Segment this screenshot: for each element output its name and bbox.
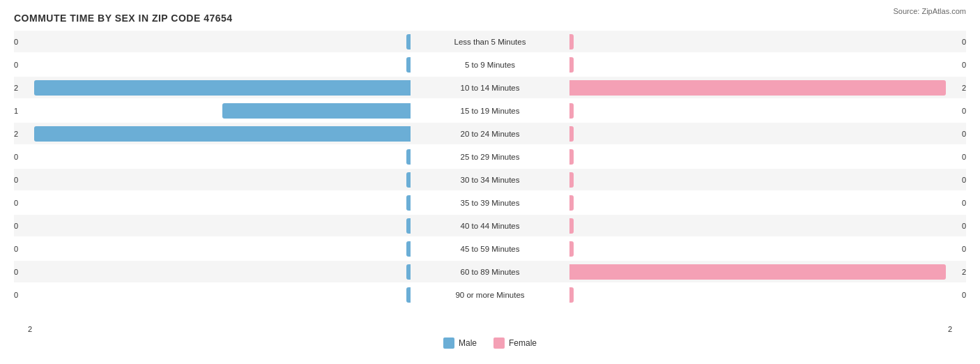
chart-row: 220 to 24 Minutes0 <box>14 123 966 144</box>
female-bar <box>569 172 574 188</box>
female-bar <box>569 218 574 234</box>
male-bar <box>406 218 411 234</box>
bars-area: 0Less than 5 Minutes005 to 9 Minutes0210… <box>14 31 966 324</box>
male-value: 0 <box>14 176 18 184</box>
row-label: 90 or more Minutes <box>413 291 567 299</box>
male-side: 0 <box>14 169 413 190</box>
male-value: 2 <box>14 84 18 92</box>
female-side: 0 <box>567 215 966 236</box>
male-bar <box>406 34 411 50</box>
male-bar <box>34 80 411 96</box>
male-side: 0 <box>14 192 413 213</box>
female-bar <box>569 57 574 73</box>
male-side: 0 <box>14 215 413 236</box>
axis-left-value: 2 <box>28 325 32 333</box>
male-value: 0 <box>14 199 18 207</box>
source-label: Source: ZipAtlas.com <box>893 7 966 15</box>
chart-row: 030 to 34 Minutes0 <box>14 169 966 190</box>
female-value: 0 <box>962 222 966 230</box>
row-label: 30 to 34 Minutes <box>413 176 567 184</box>
female-value: 0 <box>962 291 966 299</box>
male-side: 2 <box>14 123 413 144</box>
male-side: 0 <box>14 261 413 282</box>
female-side: 0 <box>567 123 966 144</box>
male-side: 2 <box>14 77 413 98</box>
male-bar <box>406 241 411 257</box>
male-value: 0 <box>14 245 18 253</box>
male-side: 0 <box>14 284 413 305</box>
axis-bottom: 2 2 <box>14 324 966 333</box>
male-bar <box>406 57 411 73</box>
row-label: 40 to 44 Minutes <box>413 222 567 230</box>
legend-male-label: Male <box>459 338 477 348</box>
female-side: 0 <box>567 146 966 167</box>
female-side: 0 <box>567 54 966 75</box>
chart-row: 035 to 39 Minutes0 <box>14 192 966 213</box>
chart-row: 025 to 29 Minutes0 <box>14 146 966 167</box>
row-label: 10 to 14 Minutes <box>413 84 567 92</box>
female-bar <box>569 103 574 119</box>
male-value: 0 <box>14 153 18 161</box>
row-label: 15 to 19 Minutes <box>413 107 567 115</box>
male-bar <box>406 172 411 188</box>
chart-container: COMMUTE TIME BY SEX IN ZIP CODE 47654 So… <box>0 0 980 364</box>
chart-row: 040 to 44 Minutes0 <box>14 215 966 236</box>
row-label: 20 to 24 Minutes <box>413 130 567 138</box>
chart-row: 045 to 59 Minutes0 <box>14 238 966 259</box>
row-label: 35 to 39 Minutes <box>413 199 567 207</box>
female-side: 0 <box>567 284 966 305</box>
axis-right-value: 2 <box>948 325 952 333</box>
chart-row: 115 to 19 Minutes0 <box>14 100 966 121</box>
male-side: 0 <box>14 146 413 167</box>
female-value: 0 <box>962 38 966 46</box>
female-bar <box>569 287 574 303</box>
female-side: 0 <box>567 31 966 52</box>
male-value: 2 <box>14 130 18 138</box>
male-value: 0 <box>14 38 18 46</box>
female-value: 0 <box>962 153 966 161</box>
chart-row: 05 to 9 Minutes0 <box>14 54 966 75</box>
chart-row: 090 or more Minutes0 <box>14 284 966 305</box>
chart-row: 210 to 14 Minutes2 <box>14 77 966 98</box>
male-side: 1 <box>14 100 413 121</box>
male-bar <box>222 103 411 119</box>
row-label: 25 to 29 Minutes <box>413 153 567 161</box>
male-side: 0 <box>14 31 413 52</box>
female-bar <box>569 195 574 211</box>
female-value: 0 <box>962 130 966 138</box>
female-side: 2 <box>567 77 966 98</box>
female-value: 0 <box>962 199 966 207</box>
chart-legend: Male Female <box>14 338 966 349</box>
male-bar <box>406 264 411 280</box>
male-bar <box>406 195 411 211</box>
chart-row: 060 to 89 Minutes2 <box>14 261 966 282</box>
row-label: 45 to 59 Minutes <box>413 245 567 253</box>
female-value: 2 <box>962 84 966 92</box>
female-bar <box>569 80 946 96</box>
male-bar <box>34 126 411 142</box>
female-side: 0 <box>567 238 966 259</box>
row-label: 60 to 89 Minutes <box>413 268 567 276</box>
male-value: 1 <box>14 107 18 115</box>
male-side: 0 <box>14 54 413 75</box>
male-side: 0 <box>14 238 413 259</box>
male-value: 0 <box>14 61 18 69</box>
legend-female: Female <box>493 338 537 349</box>
female-bar <box>569 241 574 257</box>
female-bar <box>569 126 574 142</box>
legend-female-label: Female <box>509 338 537 348</box>
male-bar <box>406 287 411 303</box>
male-value: 0 <box>14 222 18 230</box>
female-value: 2 <box>962 268 966 276</box>
female-value: 0 <box>962 245 966 253</box>
female-side: 0 <box>567 169 966 190</box>
male-bar <box>406 149 411 165</box>
female-value: 0 <box>962 61 966 69</box>
female-side: 2 <box>567 261 966 282</box>
male-value: 0 <box>14 291 18 299</box>
row-label: Less than 5 Minutes <box>413 38 567 46</box>
female-value: 0 <box>962 176 966 184</box>
chart-title: COMMUTE TIME BY SEX IN ZIP CODE 47654 <box>14 13 966 24</box>
female-bar <box>569 264 946 280</box>
female-side: 0 <box>567 192 966 213</box>
